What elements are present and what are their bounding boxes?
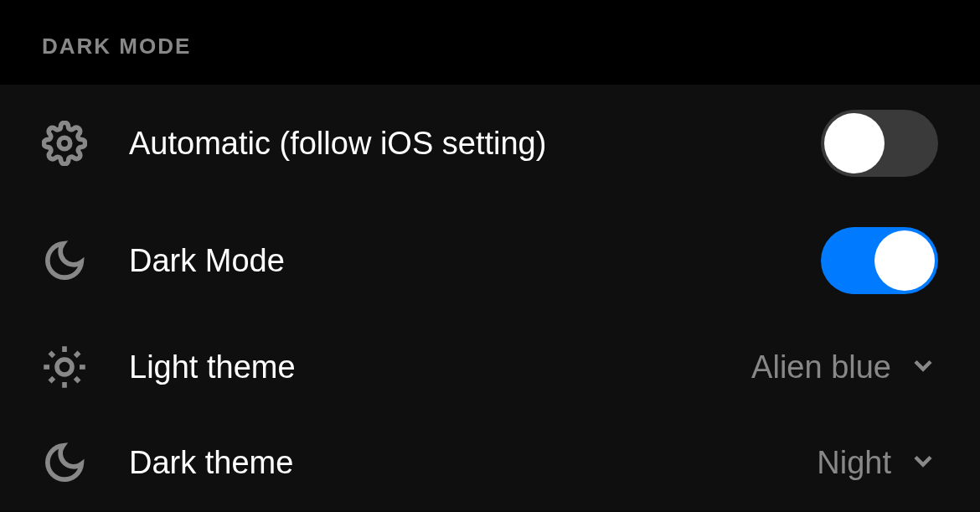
svg-line-9 xyxy=(75,352,80,356)
svg-point-1 xyxy=(57,359,72,375)
setting-row-light-theme[interactable]: Light theme Alien blue xyxy=(0,319,980,415)
light-theme-label: Light theme xyxy=(129,349,709,385)
toggle-knob xyxy=(874,230,935,291)
svg-line-5 xyxy=(75,378,80,382)
svg-line-8 xyxy=(49,378,54,382)
settings-list: Automatic (follow iOS setting) Dark Mode xyxy=(0,85,980,510)
chevron-down-icon xyxy=(908,446,938,479)
automatic-toggle[interactable] xyxy=(821,110,938,177)
automatic-label: Automatic (follow iOS setting) xyxy=(129,126,779,162)
setting-row-dark-theme[interactable]: Dark theme Night xyxy=(0,415,980,510)
dark-mode-toggle[interactable] xyxy=(821,227,938,294)
setting-row-automatic: Automatic (follow iOS setting) xyxy=(0,85,980,202)
light-theme-select[interactable]: Alien blue xyxy=(751,349,938,385)
light-theme-value: Alien blue xyxy=(751,349,891,385)
dark-mode-label: Dark Mode xyxy=(129,243,779,279)
dark-theme-value: Night xyxy=(817,445,891,481)
chevron-down-icon xyxy=(908,350,938,384)
section-header: DARK MODE xyxy=(0,0,980,85)
toggle-knob xyxy=(824,113,885,173)
section-title: DARK MODE xyxy=(42,34,938,59)
dark-theme-label: Dark theme xyxy=(129,445,775,481)
svg-line-4 xyxy=(49,352,54,356)
moon-icon xyxy=(42,440,87,485)
moon-icon xyxy=(42,238,87,283)
svg-point-0 xyxy=(59,137,70,149)
gear-icon xyxy=(42,121,87,166)
sun-icon xyxy=(42,344,87,390)
dark-theme-select[interactable]: Night xyxy=(817,445,938,481)
setting-row-dark-mode: Dark Mode xyxy=(0,202,980,319)
